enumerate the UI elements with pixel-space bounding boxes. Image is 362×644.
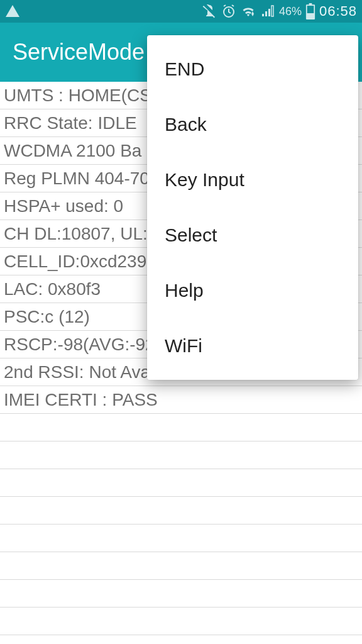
menu-item-select[interactable]: Select [147, 208, 358, 263]
menu-item-wifi[interactable]: WiFi [147, 318, 358, 374]
menu-item-end[interactable]: END [147, 42, 358, 97]
svg-rect-0 [307, 6, 314, 13]
overflow-menu: END Back Key Input Select Help WiFi [147, 35, 358, 380]
list-item [0, 497, 362, 525]
list-item [0, 552, 362, 580]
menu-item-back[interactable]: Back [147, 97, 358, 152]
battery-percent: 46% [279, 5, 302, 18]
list-item[interactable]: IMEI CERTI : PASS [0, 386, 362, 414]
list-item [0, 580, 362, 608]
status-bar: 46% 06:58 [0, 0, 362, 23]
list-item [0, 469, 362, 497]
alarm-icon [221, 4, 236, 19]
list-item [0, 525, 362, 552]
signal-icon [260, 4, 275, 19]
list-item [0, 608, 362, 635]
list-item [0, 414, 362, 441]
page-title: ServiceMode [13, 39, 145, 65]
clock: 06:58 [319, 3, 357, 19]
wifi-icon [240, 4, 256, 19]
warning-icon [5, 4, 20, 19]
list-item [0, 441, 362, 469]
menu-item-key-input[interactable]: Key Input [147, 152, 358, 208]
menu-item-help[interactable]: Help [147, 263, 358, 318]
vibrate-mute-icon [201, 4, 217, 19]
battery-icon [305, 3, 315, 19]
